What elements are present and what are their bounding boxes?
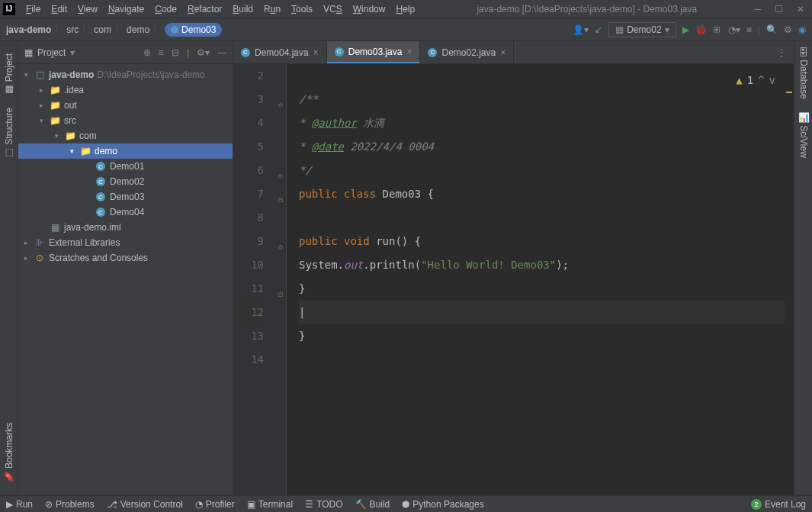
menu-view[interactable]: View: [73, 2, 102, 16]
tool-tab-problems[interactable]: ⊘Problems: [45, 499, 95, 510]
menu-refactor[interactable]: Refactor: [183, 2, 226, 16]
breadcrumb-part[interactable]: com: [94, 24, 111, 35]
chevron-down-icon: ▾: [665, 24, 669, 35]
tool-tab-build[interactable]: 🔨Build: [355, 499, 390, 510]
tool-tab-structure[interactable]: ⬚ Structure: [2, 101, 16, 165]
settings-icon[interactable]: ⚙▾: [197, 47, 210, 58]
menu-file[interactable]: File: [21, 2, 45, 16]
tool-tab-sciview[interactable]: 📊 SciView: [797, 105, 810, 164]
tool-tab-bookmarks[interactable]: 🔖 Bookmarks: [2, 417, 16, 489]
tree-folder-com[interactable]: ▾ 📁 com: [18, 128, 233, 143]
expand-arrow-icon[interactable]: ▾: [40, 117, 49, 124]
fold-icon[interactable]: ⊟: [278, 282, 283, 306]
fold-icon[interactable]: ⊖: [278, 164, 283, 188]
close-tab-icon[interactable]: ×: [500, 47, 505, 58]
tool-tab-terminal[interactable]: ▣Terminal: [247, 499, 293, 510]
fold-icon[interactable]: ⊖: [278, 235, 283, 259]
tree-file[interactable]: C Demo04: [18, 204, 233, 220]
breadcrumb-part[interactable]: src: [66, 24, 79, 35]
coverage-icon[interactable]: ⛨: [713, 24, 722, 35]
tool-tab-run[interactable]: ▶Run: [6, 499, 33, 510]
expand-arrow-icon[interactable]: ▸: [40, 86, 49, 94]
profile-icon[interactable]: ◔▾: [728, 24, 740, 35]
next-highlight-icon[interactable]: v: [769, 69, 775, 92]
code-area[interactable]: 2 3 4 5 6 7 8 9 10 11 12 13 14 ⊖ ⊖ ⊟ ⊖ ⊟: [233, 64, 794, 495]
editor-tab[interactable]: C Demo04.java ×: [233, 41, 327, 63]
breadcrumb-root[interactable]: java-demo: [6, 24, 51, 35]
expand-arrow-icon[interactable]: ▾: [55, 132, 64, 140]
tool-tab-profiler[interactable]: ◔Profiler: [195, 499, 235, 510]
tree-folder-demo[interactable]: ▾ 📁 demo: [18, 143, 233, 159]
editor-tab-active[interactable]: C Demo03.java ×: [327, 41, 421, 63]
tool-tab-todo[interactable]: ☰TODO: [305, 499, 342, 510]
tabs-more-icon[interactable]: ⋮: [769, 41, 794, 63]
tree-scratches[interactable]: ▸ ⊙ Scratches and Consoles: [18, 250, 233, 266]
menu-run[interactable]: Run: [259, 2, 285, 16]
tree-folder-out[interactable]: ▸ 📁 out: [18, 98, 233, 113]
menu-edit[interactable]: Edit: [47, 2, 72, 16]
menu-window[interactable]: Window: [348, 2, 390, 16]
menu-navigate[interactable]: Navigate: [104, 2, 149, 16]
tool-tab-database[interactable]: 🗄 Database: [797, 41, 810, 105]
hide-icon[interactable]: —: [217, 47, 226, 58]
build-icon[interactable]: ↙: [595, 24, 602, 35]
collapse-all-icon[interactable]: ⊟: [172, 47, 179, 58]
breadcrumb-current[interactable]: Demo03: [165, 23, 222, 37]
minimize-icon[interactable]: ─: [754, 4, 761, 14]
tree-file[interactable]: C Demo03: [18, 189, 233, 204]
code-text[interactable]: /** * @author 水滴 * @date 2022/4/4 0004 *…: [287, 64, 794, 495]
tree-file[interactable]: C Demo01: [18, 159, 233, 174]
expand-all-icon[interactable]: ≡: [159, 47, 164, 58]
expand-arrow-icon[interactable]: ▸: [24, 239, 34, 246]
breadcrumb-part[interactable]: demo: [127, 24, 149, 35]
close-tab-icon[interactable]: ×: [313, 47, 319, 58]
tool-tab-project[interactable]: ▦ Project: [2, 47, 16, 101]
error-stripe[interactable]: [785, 64, 794, 495]
learn-icon[interactable]: ◉: [798, 24, 806, 35]
tree-root[interactable]: ▾ ▢ java-demo D:\IdeaProjects\java-demo: [18, 67, 233, 82]
menu-help[interactable]: Help: [391, 2, 419, 16]
tree-external-libs[interactable]: ▸ ⊪ External Libraries: [18, 235, 233, 250]
select-opened-icon[interactable]: ⊕: [143, 47, 151, 58]
editor-tab[interactable]: C Demo02.java ×: [420, 41, 514, 63]
menu-build[interactable]: Build: [228, 2, 258, 16]
tree-file-iml[interactable]: ▦ java-demo.iml: [18, 220, 233, 235]
settings-icon[interactable]: ⚙: [784, 24, 792, 35]
tree-folder-src[interactable]: ▾ 📁 src: [18, 113, 233, 128]
menu-code[interactable]: Code: [150, 2, 181, 16]
expand-arrow-icon[interactable]: ▸: [40, 101, 49, 109]
line-number: 12: [233, 301, 264, 324]
tree-path: D:\IdeaProjects\java-demo: [97, 69, 204, 80]
expand-arrow-icon[interactable]: ▾: [24, 71, 34, 79]
fold-icon[interactable]: ⊟: [278, 188, 283, 211]
right-tool-gutter: 🗄 Database 📊 SciView: [794, 41, 812, 495]
build-icon: 🔨: [355, 499, 367, 510]
tool-tab-vcs[interactable]: ⎇Version Control: [107, 499, 183, 510]
vcs-icon: ⎇: [107, 499, 117, 510]
inspection-indicator[interactable]: ▲ 1 ^ v: [736, 69, 775, 92]
prev-highlight-icon[interactable]: ^: [758, 69, 764, 92]
user-icon[interactable]: 👤▾: [573, 24, 589, 35]
maximize-icon[interactable]: ☐: [775, 4, 783, 14]
fold-icon[interactable]: ⊖: [278, 93, 283, 117]
debug-icon[interactable]: 🐞: [695, 24, 707, 35]
run-icon[interactable]: ▶: [682, 24, 689, 35]
expand-arrow-icon[interactable]: ▾: [70, 147, 79, 155]
tree-folder-idea[interactable]: ▸ 📁 .idea: [18, 82, 233, 98]
search-icon[interactable]: 🔍: [766, 24, 778, 35]
run-config-selector[interactable]: ▦ Demo02 ▾: [608, 22, 676, 37]
expand-arrow-icon[interactable]: ▸: [24, 254, 34, 262]
close-icon[interactable]: ✕: [797, 4, 804, 14]
project-panel-title[interactable]: ▦ Project ▾: [24, 47, 75, 58]
warning-marker-icon[interactable]: [786, 92, 792, 93]
tool-tab-event-log[interactable]: 2Event Log: [751, 499, 806, 510]
stop-icon[interactable]: ■: [746, 24, 752, 35]
menu-tools[interactable]: Tools: [287, 2, 317, 16]
tree-file[interactable]: C Demo02: [18, 174, 233, 189]
tab-label: Demo02.java: [441, 47, 496, 58]
close-tab-icon[interactable]: ×: [406, 47, 412, 57]
tool-tab-python[interactable]: ⬢Python Packages: [402, 499, 483, 510]
project-panel-actions: ⊕ ≡ ⊟ | ⚙▾ —: [143, 47, 226, 58]
project-panel: ▦ Project ▾ ⊕ ≡ ⊟ | ⚙▾ — ▾ ▢ java-demo D…: [18, 41, 233, 495]
menu-vcs[interactable]: VCS: [319, 2, 347, 16]
